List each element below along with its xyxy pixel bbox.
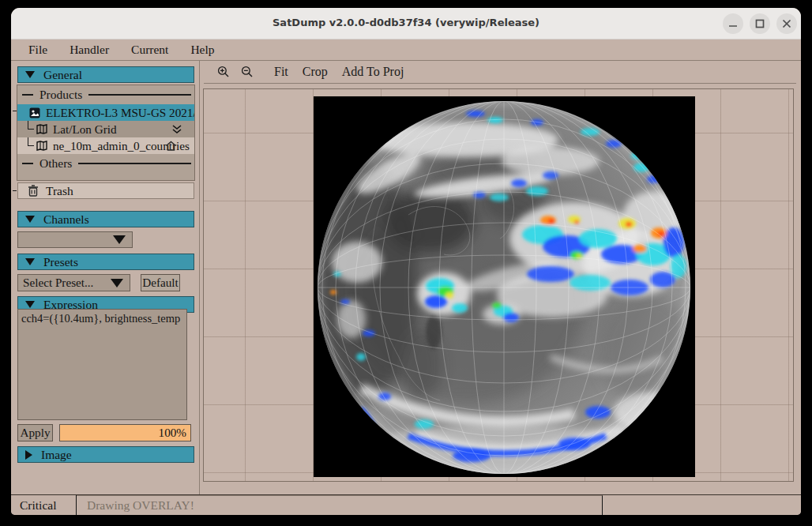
progress-bar: 100% <box>59 424 191 441</box>
fit-button[interactable]: Fit <box>267 65 295 79</box>
trash-icon <box>28 185 39 197</box>
section-image[interactable]: Image <box>17 446 194 463</box>
image-file-icon <box>29 107 40 118</box>
tree-item-product[interactable]: ELEKTRO-L3 MSU-GS 2021/ <box>17 104 194 121</box>
maximize-button[interactable] <box>750 13 770 34</box>
zoom-in-icon <box>217 66 230 78</box>
default-button[interactable]: Default <box>141 274 180 291</box>
section-channels[interactable]: Channels <box>17 211 194 227</box>
menubar: File Handler Current Help <box>11 39 801 61</box>
tree-item-latlon-label: Lat/Lon Grid <box>53 122 117 137</box>
tree-item-countries[interactable]: ne_10m_admin_0_countries <box>17 137 194 154</box>
trash-item[interactable]: Trash <box>17 182 194 199</box>
section-channels-label: Channels <box>43 212 89 227</box>
statusbar: Critical Drawing OVERLAY! <box>11 494 801 515</box>
expression-input[interactable]: cch4=({10.4um}, brightness_temp <box>17 309 187 420</box>
collapse-arrow-icon <box>25 258 35 265</box>
map-icon <box>36 141 47 151</box>
map-icon <box>36 124 47 134</box>
log-level-selector[interactable]: Critical <box>11 495 77 515</box>
zoom-out-button[interactable] <box>235 66 259 78</box>
add-to-proj-button[interactable]: Add To Proj <box>335 65 412 79</box>
window-title: SatDump v2.0.0-d0db37f34 (verywip/Releas… <box>11 17 801 28</box>
progress-value: 100% <box>159 426 186 440</box>
zoom-out-icon <box>241 66 254 78</box>
others-separator: Others <box>17 154 194 173</box>
crop-button[interactable]: Crop <box>295 65 335 79</box>
zoom-in-button[interactable] <box>212 66 235 78</box>
toolbar-separator <box>204 83 796 84</box>
minimize-button[interactable] <box>723 13 743 34</box>
section-general[interactable]: General <box>17 66 194 83</box>
section-general-label: General <box>43 68 82 82</box>
menu-help[interactable]: Help <box>183 41 221 58</box>
products-label: Products <box>39 88 82 102</box>
collapse-arrow-icon <box>25 216 35 223</box>
apply-button[interactable]: Apply <box>17 424 53 441</box>
preset-select[interactable]: Select Preset... <box>17 274 130 291</box>
products-tree-panel: Products ELEKTRO-L3 MSU-GS 2021/ Lat/Lon… <box>17 85 195 181</box>
sidebar-splitter[interactable] <box>199 61 201 494</box>
preset-selected-value: Select Preset... <box>23 276 93 290</box>
viewer-toolbar: Fit Crop Add To Proj <box>201 61 801 83</box>
section-presets[interactable]: Presets <box>17 254 194 270</box>
double-chevron-down-icon[interactable] <box>171 124 183 135</box>
home-icon[interactable] <box>165 141 177 151</box>
minimize-icon <box>728 19 738 28</box>
channel-select[interactable] <box>17 231 133 248</box>
image-viewport[interactable] <box>203 88 794 482</box>
status-extra-cell <box>603 495 801 515</box>
menu-handler[interactable]: Handler <box>62 41 116 58</box>
titlebar[interactable]: SatDump v2.0.0-d0db37f34 (verywip/Releas… <box>11 8 801 39</box>
close-button[interactable] <box>776 13 797 34</box>
menu-current[interactable]: Current <box>124 41 175 58</box>
satellite-earth-image[interactable] <box>314 96 695 477</box>
expand-arrow-icon <box>25 450 32 460</box>
maximize-icon <box>755 19 765 28</box>
trash-label: Trash <box>46 184 73 198</box>
status-message: Drawing OVERLAY! <box>77 495 603 515</box>
products-separator: Products <box>17 85 194 104</box>
collapse-arrow-icon <box>25 71 35 78</box>
sidebar: General Products ELEKTRO-L3 MSU-GS 2021/ <box>11 61 199 494</box>
others-label: Others <box>39 156 72 171</box>
tree-item-latlon-grid[interactable]: Lat/Lon Grid <box>17 121 194 137</box>
section-image-label: Image <box>41 448 72 462</box>
menu-file[interactable]: File <box>21 41 55 58</box>
app-window: SatDump v2.0.0-d0db37f34 (verywip/Releas… <box>11 8 801 515</box>
dropdown-arrow-icon <box>113 235 126 244</box>
tree-item-product-label: ELEKTRO-L3 MSU-GS 2021/ <box>46 106 194 120</box>
close-icon <box>782 19 791 28</box>
collapse-arrow-icon <box>25 301 35 308</box>
section-presets-label: Presets <box>43 255 78 269</box>
dropdown-arrow-icon <box>111 279 123 287</box>
